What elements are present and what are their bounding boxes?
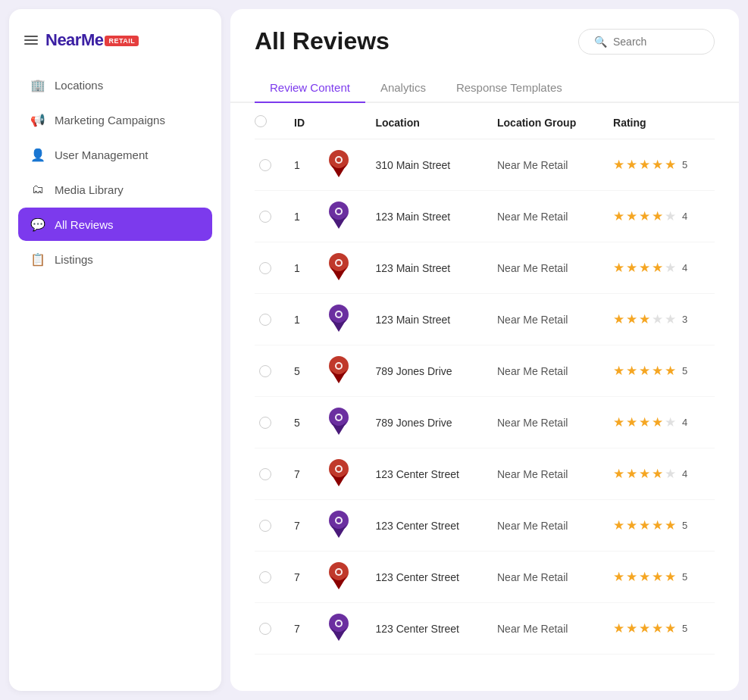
sidebar-item-marketing[interactable]: 📢 Marketing Campaigns (18, 103, 212, 136)
nav-label-reviews: All Reviews (55, 218, 114, 231)
row-checkbox-7[interactable] (259, 520, 271, 532)
sidebar-item-media[interactable]: 🗂 Media Library (18, 173, 212, 206)
row-group-5: Near Me Retail (488, 397, 604, 448)
row-location-5: 789 Jones Drive (366, 397, 488, 448)
row-id-6: 7 (285, 448, 319, 500)
logo: NearMeRETAIL (45, 30, 139, 50)
row-group-9: Near Me Retail (488, 603, 604, 655)
sidebar-item-reviews[interactable]: 💬 All Reviews (18, 208, 212, 241)
table-row: 7 123 Center StreetNear Me Retail★★★★★5 (255, 500, 715, 552)
row-group-7: Near Me Retail (488, 500, 604, 552)
nav-label-media: Media Library (55, 183, 124, 196)
row-group-3: Near Me Retail (488, 294, 604, 345)
row-rating-2: ★★★★★4 (604, 242, 715, 294)
star-5-row-6: ★ (665, 466, 676, 482)
row-checkbox-8[interactable] (259, 571, 271, 583)
row-pin-1 (319, 191, 366, 242)
search-input[interactable] (613, 36, 699, 48)
nav-list: 🏢 Locations 📢 Marketing Campaigns 👤 User… (9, 68, 221, 277)
row-checkbox-0[interactable] (259, 159, 271, 171)
select-all-checkbox[interactable] (255, 115, 267, 127)
row-pin-8 (319, 552, 366, 603)
search-box[interactable]: 🔍 (578, 29, 715, 55)
row-id-7: 7 (285, 500, 319, 552)
star-5-row-4: ★ (665, 363, 676, 379)
nav-icon-users: 👤 (30, 147, 45, 162)
row-pin-0 (319, 139, 366, 191)
row-checkbox-6[interactable] (259, 468, 271, 480)
star-4-row-9: ★ (652, 620, 663, 636)
star-4-row-8: ★ (652, 569, 663, 585)
star-2-row-7: ★ (626, 517, 637, 533)
star-4-row-7: ★ (652, 517, 663, 533)
star-4-row-0: ★ (652, 157, 663, 173)
col-rating: Rating (604, 103, 715, 139)
svg-point-11 (336, 312, 341, 317)
nav-icon-listings: 📋 (30, 252, 45, 267)
row-rating-9: ★★★★★5 (604, 603, 715, 655)
star-1-row-0: ★ (613, 157, 624, 173)
row-checkbox-4[interactable] (259, 365, 271, 377)
row-location-3: 123 Main Street (366, 294, 488, 345)
col-checkbox (255, 103, 285, 139)
rating-num-9: 5 (682, 623, 687, 634)
svg-point-8 (336, 261, 341, 265)
row-checkbox-9[interactable] (259, 623, 271, 635)
star-1-row-5: ★ (613, 414, 624, 430)
tab-review-content[interactable]: Review Content (255, 73, 365, 103)
row-rating-8: ★★★★★5 (604, 552, 715, 603)
star-5-row-7: ★ (665, 517, 676, 533)
sidebar-item-users[interactable]: 👤 User Management (18, 138, 212, 171)
star-2-row-8: ★ (626, 569, 637, 585)
row-rating-6: ★★★★★4 (604, 448, 715, 500)
star-4-row-4: ★ (652, 363, 663, 379)
row-checkbox-3[interactable] (259, 314, 271, 326)
row-pin-4 (319, 345, 366, 397)
row-group-0: Near Me Retail (488, 139, 604, 191)
row-group-6: Near Me Retail (488, 448, 604, 500)
star-2-row-5: ★ (626, 414, 637, 430)
star-3-row-6: ★ (639, 466, 650, 482)
star-4-row-1: ★ (652, 208, 663, 224)
star-5-row-2: ★ (665, 260, 676, 276)
row-rating-7: ★★★★★5 (604, 500, 715, 552)
tab-analytics[interactable]: Analytics (365, 73, 441, 103)
star-3-row-1: ★ (639, 208, 650, 224)
rating-num-2: 4 (682, 262, 687, 273)
sidebar-item-listings[interactable]: 📋 Listings (18, 242, 212, 276)
rating-num-1: 4 (682, 211, 687, 222)
row-location-2: 123 Main Street (366, 242, 488, 294)
star-1-row-2: ★ (613, 260, 624, 276)
row-checkbox-2[interactable] (259, 262, 271, 274)
star-1-row-1: ★ (613, 208, 624, 224)
rating-num-8: 5 (682, 571, 687, 583)
row-pin-5 (319, 397, 366, 448)
sidebar-item-locations[interactable]: 🏢 Locations (18, 68, 212, 102)
row-rating-1: ★★★★★4 (604, 191, 715, 242)
star-3-row-7: ★ (639, 517, 650, 533)
row-location-1: 123 Main Street (366, 191, 488, 242)
tabs: Review ContentAnalyticsResponse Template… (230, 61, 739, 103)
tab-response-templates[interactable]: Response Templates (441, 73, 577, 103)
star-3-row-9: ★ (639, 620, 650, 636)
star-4-row-2: ★ (652, 260, 663, 276)
star-1-row-7: ★ (613, 517, 624, 533)
star-5-row-3: ★ (665, 311, 676, 327)
row-rating-0: ★★★★★5 (604, 139, 715, 191)
star-2-row-2: ★ (626, 260, 637, 276)
reviews-table: ID Location Location Group Rating 1 310 … (255, 103, 715, 655)
row-pin-9 (319, 603, 366, 655)
row-group-2: Near Me Retail (488, 242, 604, 294)
svg-point-26 (336, 570, 341, 574)
table-row: 7 123 Center StreetNear Me Retail★★★★★5 (255, 603, 715, 655)
row-id-0: 1 (285, 139, 319, 191)
row-checkbox-5[interactable] (259, 417, 271, 429)
nav-icon-reviews: 💬 (30, 217, 45, 232)
star-4-row-6: ★ (652, 466, 663, 482)
col-id: ID (285, 103, 319, 139)
sidebar: NearMeRETAIL 🏢 Locations 📢 Marketing Cam… (9, 9, 221, 691)
row-id-3: 1 (285, 294, 319, 345)
row-checkbox-1[interactable] (259, 211, 271, 223)
hamburger-menu[interactable] (24, 36, 38, 45)
svg-point-2 (336, 158, 341, 162)
